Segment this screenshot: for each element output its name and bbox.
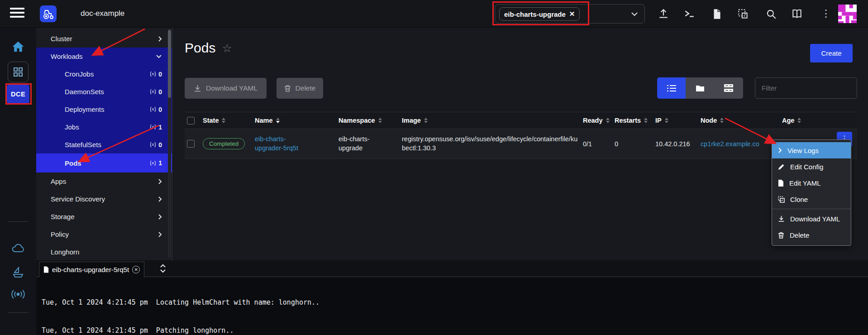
file-icon[interactable] [711, 8, 723, 20]
menu-divider [772, 209, 851, 209]
top-bar: doc-example eib-charts-upgrade ✕ ⋮ [0, 0, 868, 28]
download-icon [194, 85, 201, 92]
row-context-menu: View Logs Edit Config Edit YAML Clone Do… [772, 139, 851, 246]
sidebar-item-longhorn[interactable]: Longhorn [36, 243, 172, 260]
ship-icon[interactable] [12, 266, 24, 279]
import-yaml-icon[interactable] [737, 8, 749, 20]
pod-name-link[interactable]: eib-charts-upgrader-5rq5t [255, 135, 311, 153]
download-yaml-button[interactable]: Download YAML [185, 78, 267, 99]
rail-divider [8, 221, 28, 222]
chevron-down-icon[interactable] [631, 11, 638, 17]
sidebar-scrollbar-thumb[interactable] [168, 30, 171, 98]
sidebar-item-cluster[interactable]: Cluster [36, 30, 172, 48]
menu-item-delete[interactable]: Delete [772, 227, 851, 243]
header-image[interactable]: Image [402, 117, 583, 124]
clone-icon [778, 196, 785, 203]
cluster-nav-sidebar: Cluster Workloads CronJobs 0 DaemonSets … [36, 28, 172, 260]
sidebar-item-workloads[interactable]: Workloads [36, 48, 172, 65]
create-button[interactable]: Create [810, 44, 853, 62]
count-icon [150, 71, 156, 77]
folder-view-button[interactable] [686, 77, 714, 99]
sort-icon [276, 118, 280, 123]
count-icon [150, 124, 156, 130]
sidebar-item-cronjobs[interactable]: CronJobs 0 [36, 65, 172, 83]
kebab-menu-icon[interactable]: ⋮ [820, 8, 832, 20]
select-all-checkbox[interactable] [187, 117, 195, 124]
header-restarts[interactable]: Restarts [615, 117, 655, 124]
restarts-cell: 0 [615, 140, 655, 148]
namespace-cell: eib-charts-upgrade [339, 135, 386, 153]
count-icon [150, 106, 156, 112]
log-output[interactable]: Tue, Oct 1 2024 4:21:45 pm Locating Helm… [36, 277, 868, 335]
filter-input[interactable] [755, 77, 857, 99]
search-filter-chip[interactable]: eib-charts-upgrade ✕ [499, 7, 580, 21]
sidebar-item-pods[interactable]: Pods 1 [36, 153, 172, 172]
sidebar-item-statefulsets[interactable]: StatefulSets 0 [36, 136, 172, 153]
menu-item-edit-yaml[interactable]: Edit YAML [772, 175, 851, 191]
sort-icon [797, 118, 801, 123]
pencil-icon [778, 163, 785, 170]
upload-icon[interactable] [658, 8, 669, 20]
cloud-icon[interactable] [11, 243, 25, 254]
cluster-logo[interactable] [40, 5, 57, 22]
header-node[interactable]: Node [701, 117, 782, 124]
chip-clear-icon[interactable]: ✕ [569, 10, 575, 18]
rail-divider [8, 312, 28, 313]
ready-cell: 0/1 [583, 140, 615, 148]
header-age[interactable]: Age [782, 117, 857, 124]
pod-logs-panel: eib-charts-upgrader-5rq5t ✕ Tue, Oct 1 2… [36, 260, 868, 335]
home-icon[interactable] [11, 40, 25, 53]
menu-item-clone[interactable]: Clone [772, 191, 851, 207]
chevron-right-icon [778, 147, 782, 153]
close-tab-icon[interactable]: ✕ [132, 266, 140, 273]
table-row: Completed eib-charts-upgrader-5rq5t eib-… [185, 129, 857, 159]
sort-icon [720, 118, 724, 123]
log-tab[interactable]: eib-charts-upgrader-5rq5t ✕ [39, 262, 144, 277]
grouped-view-button[interactable] [715, 77, 743, 99]
sidebar-item-jobs[interactable]: Jobs 1 [36, 118, 172, 136]
search-icon[interactable] [765, 8, 777, 20]
row-checkbox[interactable] [187, 140, 195, 148]
docs-book-icon[interactable] [791, 8, 803, 20]
panel-resize-toggle[interactable] [159, 263, 167, 274]
log-line: Tue, Oct 1 2024 4:21:45 pm Locating Helm… [42, 298, 868, 307]
cluster-manager-button[interactable] [8, 62, 29, 82]
chip-label: eib-charts-upgrade [504, 10, 566, 18]
sidebar-item-service-discovery[interactable]: Service Discovery [36, 190, 172, 208]
header-ip[interactable]: IP [655, 117, 701, 124]
kubectl-shell-icon[interactable] [683, 8, 695, 20]
pods-table: State Name Namespace Image Ready Restart… [185, 112, 857, 159]
header-name[interactable]: Name [255, 117, 339, 124]
sidebar-item-policy[interactable]: Policy [36, 225, 172, 243]
header-namespace[interactable]: Namespace [339, 117, 402, 124]
favorite-star-icon[interactable]: ☆ [222, 42, 232, 55]
menu-item-edit-config[interactable]: Edit Config [772, 158, 851, 175]
status-badge: Completed [203, 138, 245, 149]
download-icon [778, 215, 785, 222]
delete-button[interactable]: Delete [277, 78, 323, 99]
sidebar-item-storage[interactable]: Storage [36, 208, 172, 225]
grouped-list-icon [724, 84, 733, 92]
header-state[interactable]: State [203, 117, 255, 124]
list-icon [667, 85, 676, 92]
fleet-signal-icon[interactable] [11, 289, 25, 300]
count-icon [150, 160, 156, 166]
sidebar-item-daemonsets[interactable]: DaemonSets 0 [36, 83, 172, 100]
workloads-group: Workloads CronJobs 0 DaemonSets 0 Deploy… [36, 48, 172, 172]
hamburger-menu-icon[interactable] [10, 8, 24, 19]
sort-icon [424, 118, 428, 123]
trash-icon [284, 85, 291, 92]
user-avatar[interactable] [838, 5, 857, 23]
log-line: Tue, Oct 1 2024 4:21:45 pm Patching long… [42, 326, 868, 335]
menu-item-view-logs[interactable]: View Logs [772, 142, 851, 158]
resource-search-box[interactable]: eib-charts-upgrade ✕ [495, 4, 645, 24]
rail-cluster-dce[interactable]: DCE [7, 85, 29, 104]
sort-icon [378, 118, 382, 123]
node-link[interactable]: cp1rke2.example.co [701, 140, 759, 148]
table-header-row: State Name Namespace Image Ready Restart… [185, 112, 857, 129]
list-view-button[interactable] [657, 77, 686, 99]
menu-item-download-yaml[interactable]: Download YAML [772, 211, 851, 227]
sidebar-item-deployments[interactable]: Deployments 0 [36, 100, 172, 118]
sidebar-item-apps[interactable]: Apps [36, 172, 172, 190]
header-ready[interactable]: Ready [583, 117, 615, 124]
